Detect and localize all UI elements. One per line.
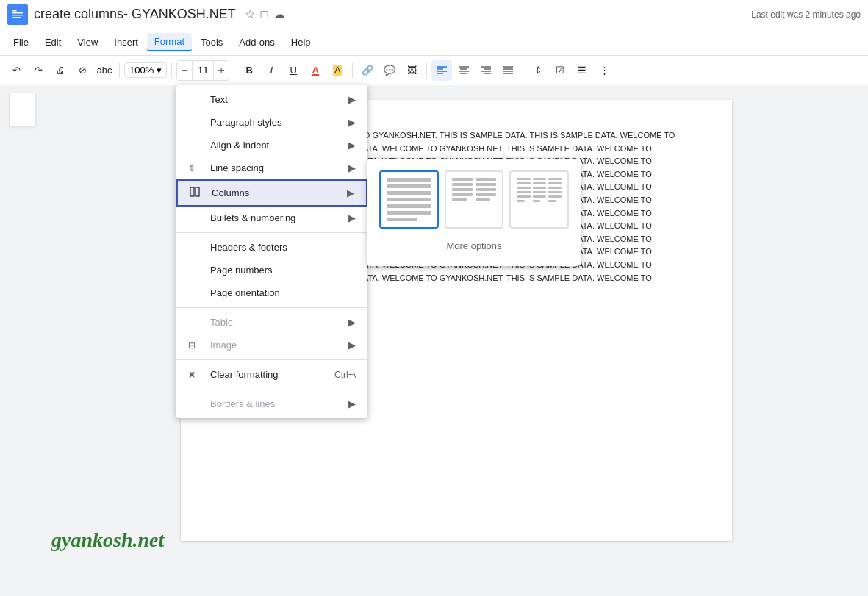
italic-btn[interactable]: I (261, 60, 281, 81)
format-align-item[interactable]: Align & indent ▶ (176, 134, 367, 157)
paint-format-btn[interactable]: ⊘ (72, 60, 93, 81)
bold-btn[interactable]: B (239, 60, 259, 81)
font-size-minus[interactable]: − (177, 61, 192, 80)
align-justify-btn[interactable] (498, 60, 518, 81)
doc-title: create columns- GYANKOSH.NET (34, 7, 236, 22)
format-linespacing-item[interactable]: ⇕ Line spacing ▶ (176, 157, 367, 179)
format-image-item: ⊡ Image ▶ (176, 334, 367, 356)
one-column-option[interactable] (379, 170, 439, 229)
text-color-icon: A (312, 65, 319, 76)
sep6 (523, 63, 523, 78)
col-line (548, 191, 562, 193)
image-btn[interactable]: 🖼 (401, 60, 422, 81)
image-label: Image (210, 340, 237, 351)
zoom-arrow: ▾ (157, 65, 162, 76)
clearformatting-icon: ✖ (188, 370, 201, 380)
more-options-link[interactable]: More options (379, 237, 569, 254)
align-left-btn[interactable] (431, 60, 452, 81)
col-line (387, 191, 431, 195)
menu-file[interactable]: File (6, 34, 36, 51)
last-edit-text: Last edit was 2 minutes ago (751, 10, 861, 20)
svg-rect-2 (12, 15, 23, 16)
font-size-plus[interactable]: + (214, 61, 229, 80)
undo-btn[interactable]: ↶ (6, 60, 26, 81)
format-pagenumbers-item[interactable]: Page numbers (176, 259, 367, 281)
col-line (476, 188, 496, 191)
three-col-inner (517, 178, 562, 202)
font-size-value[interactable]: 11 (192, 61, 214, 80)
line-spacing-btn[interactable]: ⇕ (528, 60, 548, 81)
text-color-btn[interactable]: A (305, 60, 326, 81)
menu-addons[interactable]: Add-ons (232, 34, 281, 51)
col-line (452, 188, 473, 191)
col-line (533, 187, 546, 189)
menu-view[interactable]: View (70, 34, 105, 51)
comment-btn[interactable]: 💬 (379, 60, 400, 81)
format-dropdown: Text ▶ Paragraph styles ▶ Align & indent… (176, 85, 367, 418)
col-line (452, 183, 473, 186)
menu-edit[interactable]: Edit (37, 34, 68, 51)
underline-btn[interactable]: U (283, 60, 304, 81)
menu-format[interactable]: Format (147, 33, 192, 51)
borders-arrow: ▶ (348, 398, 356, 409)
redo-btn[interactable]: ↷ (28, 60, 49, 81)
align-label: Align & indent (210, 140, 269, 151)
format-bullets-item[interactable]: Bullets & numbering ▶ (176, 207, 367, 229)
col-line (533, 191, 546, 193)
image-icon: ⊡ (188, 340, 201, 351)
star-icon[interactable]: ☆ (245, 7, 255, 21)
app-icon (7, 4, 28, 25)
col-line (533, 178, 546, 180)
print-btn[interactable]: 🖨 (50, 60, 71, 81)
col-line (548, 182, 562, 184)
align-center-btn[interactable] (453, 60, 474, 81)
more-toolbar-btn[interactable]: ⋮ (594, 60, 614, 81)
borders-label: Borders & lines (210, 398, 275, 409)
sep1 (119, 63, 120, 78)
col-line (476, 178, 496, 181)
svg-rect-20 (190, 187, 194, 196)
link-btn[interactable]: 🔗 (357, 60, 378, 81)
format-clearformatting-item[interactable]: ✖ Clear formatting Ctrl+\ (176, 363, 367, 386)
two-column-option[interactable] (445, 170, 504, 229)
highlight-icon: A (333, 65, 342, 76)
columns-label: Columns (212, 187, 249, 198)
menu-insert[interactable]: Insert (107, 34, 146, 51)
format-paragraph-item[interactable]: Paragraph styles ▶ (176, 111, 367, 134)
pageorientation-label: Page orientation (210, 287, 280, 298)
spell-check-btn[interactable]: abc (94, 60, 115, 81)
menu-tools[interactable]: Tools (193, 34, 230, 51)
col-line (452, 193, 473, 196)
format-text-item[interactable]: Text ▶ (176, 88, 367, 111)
bullets-arrow: ▶ (348, 212, 356, 223)
image-arrow: ▶ (348, 340, 356, 351)
paragraph-label: Paragraph styles (210, 117, 282, 128)
zoom-selector[interactable]: 100% ▾ (124, 62, 167, 78)
col-line (533, 200, 541, 202)
format-pageorientation-item[interactable]: Page orientation (176, 281, 367, 304)
col-line (533, 195, 546, 198)
bullet-list-btn[interactable]: ☰ (572, 60, 592, 81)
col-line (476, 183, 496, 186)
col-block-left (452, 178, 473, 201)
col-line (548, 187, 562, 189)
col-line (387, 204, 431, 208)
headers-label: Headers & footers (210, 242, 287, 253)
linespacing-arrow: ▶ (348, 162, 356, 173)
sep2 (171, 63, 172, 78)
left-sidebar (0, 85, 44, 596)
checklist-btn[interactable]: ☑ (550, 60, 570, 81)
bullets-label: Bullets & numbering (210, 212, 295, 223)
three-column-option[interactable] (509, 170, 569, 229)
bookmark-icon[interactable]: □ (261, 8, 268, 21)
menu-help[interactable]: Help (284, 34, 318, 51)
format-headers-item[interactable]: Headers & footers (176, 236, 367, 259)
sep-d (176, 389, 367, 389)
title-icons: ☆ □ ☁ (245, 7, 286, 21)
format-borders-item: Borders & lines ▶ (176, 392, 367, 415)
format-columns-item[interactable]: Columns ▶ (176, 179, 367, 207)
align-right-btn[interactable] (476, 60, 496, 81)
cloud-icon[interactable]: ☁ (273, 7, 285, 21)
highlight-btn[interactable]: A (327, 60, 348, 81)
col-block-3 (548, 178, 562, 202)
